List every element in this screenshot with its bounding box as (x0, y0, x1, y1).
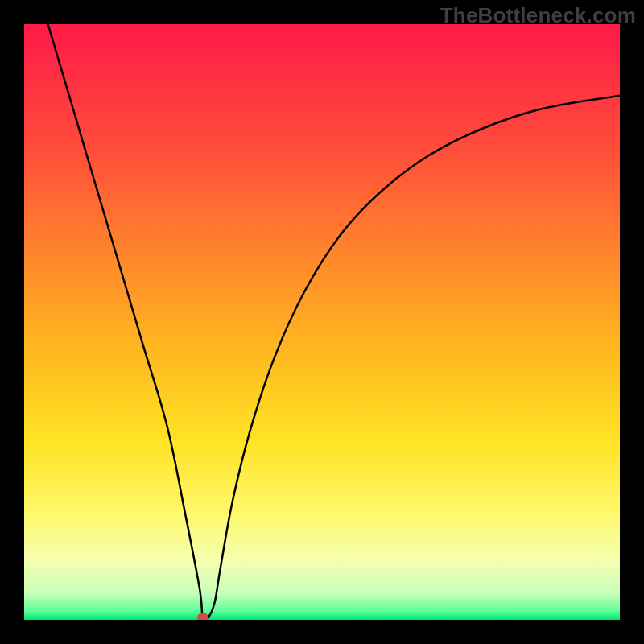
chart-plot (24, 24, 620, 620)
gradient-rect (24, 24, 620, 620)
chart-frame: TheBottleneck.com (0, 0, 644, 644)
